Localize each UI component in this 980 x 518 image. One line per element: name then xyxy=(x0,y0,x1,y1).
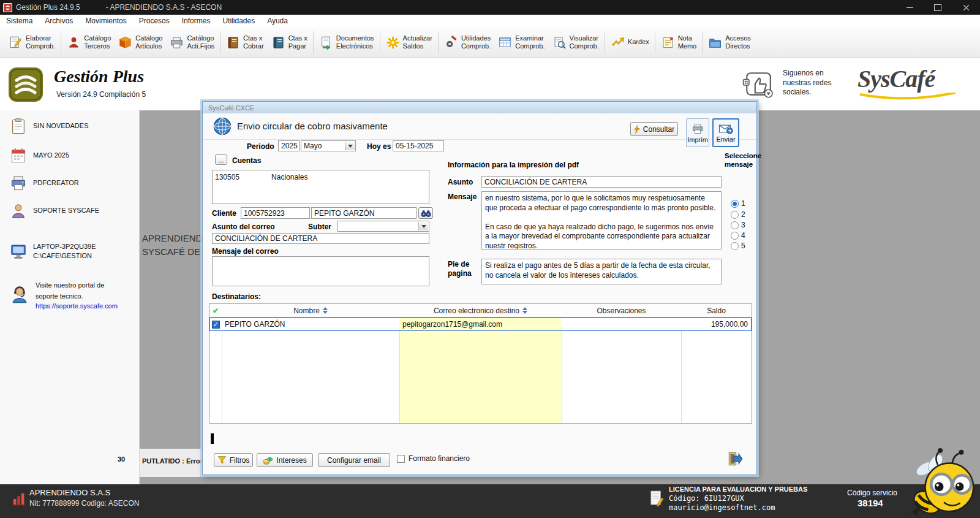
service-code-value: 38194 xyxy=(858,498,883,508)
formato-financiero-checkbox[interactable]: Formato financiero xyxy=(397,454,470,463)
periodo-year-input[interactable]: 2025 xyxy=(278,140,300,151)
mensaje-correo-label: Mensaje del correo xyxy=(212,247,279,256)
asunto-pdf-input[interactable]: CONCILIACIÓN DE CARTERA xyxy=(481,176,722,188)
hoy-date-input[interactable]: 05-15-2025 xyxy=(393,140,444,151)
sidebar-item-novedades[interactable]: SIN NOVEDADES xyxy=(10,118,135,135)
radio-icon xyxy=(731,211,739,219)
header-correo[interactable]: Correo electronico destino xyxy=(399,304,562,317)
sidebar-item-pdfcreator[interactable]: PDFCREATOR xyxy=(10,175,135,192)
menu-archivos[interactable]: Archivos xyxy=(39,15,79,27)
maximize-button[interactable] xyxy=(924,0,952,15)
toolbar-separator xyxy=(380,31,380,53)
menu-procesos[interactable]: Procesos xyxy=(133,15,176,27)
pie-pagina-textarea[interactable]: Si realiza el pago antes de 5 días a par… xyxy=(481,259,722,284)
menu-utilidades[interactable]: Utilidades xyxy=(216,15,261,27)
syscafe-logo: SysCafé xyxy=(858,64,935,93)
chevron-down-icon[interactable] xyxy=(418,222,428,230)
grid-icon xyxy=(498,36,512,50)
subter-label: Subter xyxy=(308,223,331,232)
header-observaciones[interactable]: Observaciones xyxy=(562,304,681,317)
cell-saldo: 195,000.00 xyxy=(681,318,752,331)
toolbar-documentos-electronicos[interactable]: DocumentosElectrónicos xyxy=(315,32,378,53)
mensaje-radio-5[interactable]: 5 xyxy=(731,242,745,250)
asunto-correo-label: Asunto del correo xyxy=(212,223,275,232)
company-nit: Nit: 777888999 Codigo: ASECON xyxy=(29,499,139,508)
toolbar-catalogo-articulos[interactable]: CatálogoArtículos xyxy=(115,32,166,53)
refresh-icon xyxy=(386,36,400,50)
cuentas-listbox[interactable]: 130505 Nacionales xyxy=(212,170,429,204)
menu-ayuda[interactable]: Ayuda xyxy=(261,15,294,27)
table-row[interactable]: PEPITO GARZÓN pepitogarzon1715@gmail.com… xyxy=(209,318,752,331)
imprimir-button[interactable]: Imprim xyxy=(686,118,709,147)
menu-movimientos[interactable]: Movimientos xyxy=(79,15,132,27)
mensaje-radio-4[interactable]: 4 xyxy=(731,231,745,240)
cell-correo: pepitogarzon1715@gmail.com xyxy=(399,318,562,331)
toolbar-separator xyxy=(655,31,655,53)
asunto-correo-input[interactable]: CONCILIACIÓN DE CARTERA xyxy=(212,233,429,244)
dialog-title: Envio circular de cobro masivamente xyxy=(237,121,388,131)
subter-select[interactable] xyxy=(337,221,429,232)
radio-icon xyxy=(731,200,739,208)
toolbar-kardex[interactable]: Kardex xyxy=(607,33,653,52)
printer-icon xyxy=(10,175,27,192)
buscar-cliente-button[interactable] xyxy=(418,207,433,219)
compose-icon xyxy=(9,36,23,50)
cliente-nombre-input[interactable]: PEPITO GARZÓN xyxy=(311,207,417,219)
dialog-titlebar[interactable]: SysCafé.CXCE xyxy=(203,102,756,113)
header-nombre[interactable]: Nombre xyxy=(222,304,399,317)
toolbar-ctas-cobrar[interactable]: Ctas xCobrar xyxy=(222,32,268,53)
ledger-icon xyxy=(271,36,285,50)
sidebar-item-equipo[interactable]: LAPTOP-3P2QU39E C:\CAFE\GESTION xyxy=(10,242,135,261)
minimize-button[interactable] xyxy=(895,0,924,15)
edoc-icon xyxy=(319,36,333,50)
cuentas-browse-button[interactable]: ... xyxy=(215,154,227,165)
cliente-label: Cliente xyxy=(212,209,236,218)
configurar-email-button[interactable]: Configurar email xyxy=(318,453,390,467)
close-button[interactable] xyxy=(952,0,980,15)
send-email-icon xyxy=(718,123,733,134)
row-checkbox[interactable] xyxy=(209,318,222,331)
soporte-link[interactable]: https://soporte.syscafe.com xyxy=(36,302,118,311)
toolbar-accesos-directos[interactable]: AccesosDirectos xyxy=(704,32,755,53)
app-brand-name: Gestión Plus xyxy=(54,67,144,86)
toolbar-actualizar-saldos[interactable]: ActualizarSaldos xyxy=(382,32,436,53)
mensaje-radio-2[interactable]: 2 xyxy=(731,210,745,219)
radio-icon xyxy=(731,232,739,240)
box-icon xyxy=(118,36,132,50)
toolbar-catalogo-terceros[interactable]: CatálogoTerceros xyxy=(63,32,115,53)
toolbar-examinar-comprob[interactable]: ExaminarComprob. xyxy=(494,32,548,53)
toolbar-catalogo-actifijos[interactable]: CatálogoActi.Fijos xyxy=(166,32,218,53)
toolbar-elaborar-comprob[interactable]: ElaborarComprob. xyxy=(5,32,59,53)
radio-icon xyxy=(731,242,739,250)
app-window: Gestión Plus 24.9.5 - APRENDIENDO S.A.S … xyxy=(0,0,980,518)
enviar-button[interactable]: Enviar xyxy=(712,118,739,147)
toolbar-nota-memo[interactable]: NotaMemo xyxy=(657,32,701,53)
toolbar-ctas-pagar[interactable]: Ctas xPagar xyxy=(268,32,311,53)
select-all-check-icon[interactable]: ✔ xyxy=(209,304,222,317)
consultar-button[interactable]: Consultar xyxy=(630,122,678,136)
toolbar-utilidades-comprob[interactable]: UtilidadesComprob. xyxy=(440,32,494,53)
toolbar-visualizar-comprob[interactable]: VisualizarComprob. xyxy=(549,32,603,53)
exit-icon[interactable] xyxy=(727,451,744,467)
chevron-down-icon[interactable] xyxy=(345,142,355,150)
menu-informes[interactable]: Informes xyxy=(176,15,217,27)
workspace-company-text: APRENDIENDO xyxy=(142,233,209,243)
binoculars-icon xyxy=(421,209,431,218)
mensaje-radio-3[interactable]: 3 xyxy=(731,221,745,229)
mensaje-correo-textarea[interactable] xyxy=(212,256,429,286)
sidebar-item-portal-soporte[interactable]: Visite nuestro portal de soporte tecnico… xyxy=(10,279,135,311)
menu-sistema[interactable]: Sistema xyxy=(0,15,39,27)
mensaje-pdf-textarea[interactable]: en nuestro sistema, por lo que le solici… xyxy=(481,191,722,249)
cuentas-label: Cuentas xyxy=(232,156,261,166)
sidebar-item-soporte[interactable]: SOPORTE SYSCAFE xyxy=(10,202,135,219)
preview-icon xyxy=(552,36,567,50)
cliente-id-input[interactable]: 1005752923 xyxy=(241,207,310,219)
intereses-button[interactable]: $ Intereses xyxy=(257,453,313,467)
header-saldo[interactable]: Saldo xyxy=(681,304,752,317)
social-text: Siguenos en nuestras redes sociales. xyxy=(783,69,831,97)
mensaje-radio-1[interactable]: 1 xyxy=(731,199,745,208)
sidebar-item-periodo[interactable]: MAYO 2025 xyxy=(10,147,135,164)
filtros-button[interactable]: Filtros xyxy=(214,453,253,467)
periodo-month-select[interactable]: Mayo xyxy=(301,140,356,151)
menubar: Sistema Archivos Movimientos Procesos In… xyxy=(0,15,980,28)
